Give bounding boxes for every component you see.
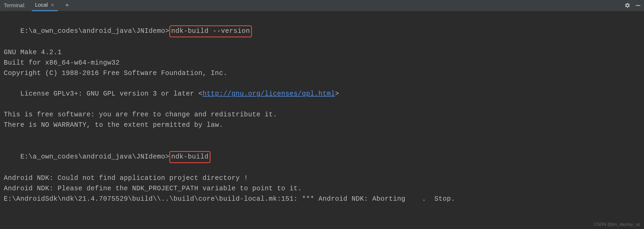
output-line: There is NO WARRANTY, to the extent perm… (4, 120, 640, 131)
output-line: License GPLv3+: GNU GPL version 3 or lat… (4, 79, 640, 110)
output-line: Android NDK: Please define the NDK_PROJE… (4, 184, 640, 194)
gear-icon[interactable] (625, 2, 630, 9)
output-line: GNU Make 4.2.1 (4, 48, 640, 58)
highlighted-command-2: ndk-build (169, 151, 210, 163)
prompt-2: E:\a_own_codes\android_java\JNIdemo> (20, 153, 169, 161)
terminal-header: Terminal: Local ✕ + — (0, 0, 644, 11)
output-line: This is free software: you are free to c… (4, 110, 640, 120)
output-line: Android NDK: Could not find application … (4, 173, 640, 184)
watermark: CSDN @jim_dayday_up (594, 222, 640, 227)
tab-local[interactable]: Local ✕ (32, 0, 58, 11)
output-line: E:\AndroidSdk\ndk\21.4.7075529\build\\..… (4, 194, 640, 204)
prompt-1: E:\a_own_codes\android_java\JNIdemo> (20, 27, 169, 35)
terminal-output[interactable]: E:\a_own_codes\android_java\JNIdemo>ndk-… (0, 11, 644, 208)
output-line: Built for x86_64-w64-mingw32 (4, 58, 640, 68)
gpl-link[interactable]: http://gnu.org/licenses/gpl.html (202, 90, 335, 98)
license-prefix: License GPLv3+: GNU GPL version 3 or lat… (20, 90, 202, 98)
header-right: — (625, 2, 640, 9)
highlighted-command-1: ndk-build --version (169, 25, 252, 37)
tab-label: Local (35, 2, 48, 8)
add-tab-button[interactable]: + (63, 2, 71, 9)
license-suffix: > (335, 90, 339, 98)
terminal-label: Terminal: (4, 2, 25, 9)
empty-line (4, 130, 640, 141)
close-icon[interactable]: ✕ (50, 2, 54, 8)
minimize-icon[interactable]: — (636, 2, 640, 9)
command-line-1: E:\a_own_codes\android_java\JNIdemo>ndk-… (4, 15, 640, 48)
command-line-2: E:\a_own_codes\android_java\JNIdemo>ndk-… (4, 141, 640, 173)
output-line: Copyright (C) 1988-2016 Free Software Fo… (4, 68, 640, 79)
